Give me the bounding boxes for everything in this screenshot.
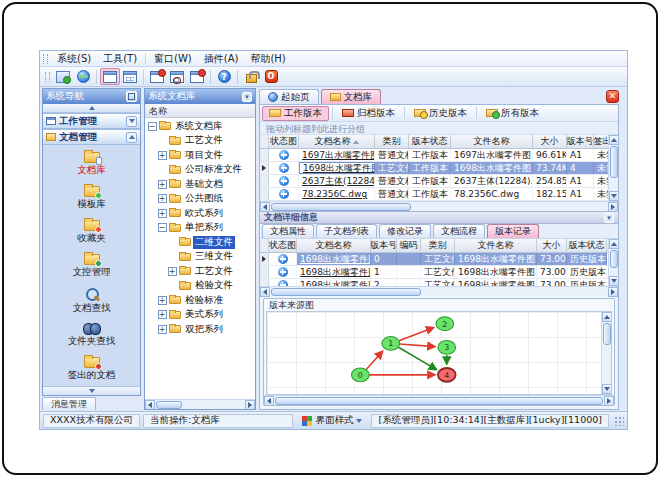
menu-help[interactable]: 帮助(H) — [244, 51, 291, 67]
scroll-left-icon[interactable] — [264, 396, 274, 406]
tab-文档属性[interactable]: 文档属性 — [262, 224, 314, 238]
tree-column-header[interactable]: 名称 — [145, 104, 255, 118]
scroll-right-icon[interactable] — [608, 202, 618, 212]
expand-plus-icon[interactable]: + — [158, 180, 167, 189]
tree-expander[interactable]: + — [157, 296, 167, 305]
table-row[interactable]: 1698出水嘴零件图.dwg1工艺文件1698出水嘴零件图.dwg73.00KB… — [260, 266, 608, 279]
sidebar-panel-document[interactable]: 文档管理 — [43, 129, 140, 145]
expand-plus-icon[interactable]: + — [158, 194, 167, 203]
scroll-right-icon[interactable] — [604, 396, 614, 406]
scroll-thumb[interactable] — [271, 203, 411, 211]
tree-node-公共图纸[interactable]: +公共图纸 — [145, 192, 255, 207]
tab-message-management[interactable]: 消息管理 — [42, 397, 141, 410]
table-row[interactable]: 2637主体(12284).dwg普通文档工作版本2637主体(12284).d… — [260, 175, 608, 188]
tab-文档流程[interactable]: 文档流程 — [433, 224, 485, 238]
scroll-left-icon[interactable] — [260, 202, 270, 212]
sidebar-item-签出的文档[interactable]: 签出的文档 — [46, 353, 138, 386]
tree-node-三维文件[interactable]: 三维文件 — [145, 250, 255, 265]
connect-button[interactable] — [53, 68, 73, 85]
tree-expander[interactable]: + — [157, 151, 167, 160]
scroll-right-icon[interactable] — [608, 287, 618, 297]
pin-icon[interactable]: ▾ — [242, 92, 252, 102]
tree-node-系统文档库[interactable]: −系统文档库 — [145, 119, 255, 134]
chevron-up-icon[interactable] — [126, 132, 137, 143]
expand-plus-icon[interactable]: + — [168, 267, 177, 276]
close-all-button[interactable] — [167, 68, 187, 85]
column-header-文件名称[interactable]: 文件名称 — [451, 135, 533, 148]
column-header-签出状态[interactable]: 签出状态 — [594, 135, 608, 148]
close-other-button[interactable] — [187, 68, 207, 85]
sidebar-item-模板库[interactable]: 模板库 — [46, 182, 138, 215]
scroll-thumb[interactable] — [275, 397, 603, 405]
resize-grip[interactable] — [614, 416, 624, 426]
column-header-文档名称[interactable]: 文档名称 — [297, 239, 371, 252]
column-header-版本状态[interactable]: 版本状态 — [409, 135, 451, 148]
scroll-thumb[interactable] — [610, 250, 618, 268]
scroll-up-icon[interactable] — [609, 135, 619, 145]
help-button[interactable]: ? — [214, 68, 234, 85]
document-grid-vscrollbar[interactable] — [608, 135, 618, 201]
tab-start-page[interactable]: 起始页 — [259, 89, 319, 104]
close-doc-button[interactable] — [147, 68, 167, 85]
menu-tools[interactable]: 工具(T) — [97, 51, 143, 67]
tree-expander[interactable]: + — [157, 325, 167, 334]
tab-document-library[interactable]: 文档库 — [321, 89, 382, 104]
sidebar-item-文档查找[interactable]: 文档查找 — [46, 285, 138, 318]
scroll-down-icon[interactable] — [609, 191, 619, 201]
sidebar-item-文控管理[interactable]: 文控管理 — [46, 250, 138, 283]
table-row[interactable]: 1698出水嘴零件图.dwg工艺文件工作版本1698出水嘴零件图.dwg73.7… — [260, 162, 608, 175]
collapse-minus-icon[interactable]: − — [148, 122, 157, 131]
exit-button[interactable]: O — [261, 68, 281, 85]
tree-node-检验文件[interactable]: 检验文件 — [145, 279, 255, 294]
column-header-版本号[interactable]: 版本号 — [371, 239, 397, 252]
graph-hscrollbar[interactable] — [264, 395, 614, 405]
table-row[interactable]: 1698出水嘴零件图.dwg2工艺文件1698出水嘴零件图.dwg73.00KB… — [260, 279, 608, 286]
column-header-编码[interactable]: 编码 — [397, 239, 421, 252]
tree-expander[interactable]: − — [157, 223, 167, 232]
tree-expander[interactable]: − — [147, 122, 157, 131]
button-工作版本[interactable]: 工作版本 — [262, 106, 329, 121]
sidebar-panel-work[interactable]: 工作管理 — [43, 113, 140, 129]
tab-子文档列表[interactable]: 子文档列表 — [316, 224, 377, 238]
tree-node-检验标准[interactable]: +检验标准 — [145, 293, 255, 308]
lock-button[interactable] — [241, 68, 261, 85]
button-所有版本[interactable]: 所有版本 — [480, 106, 545, 121]
close-icon[interactable]: ✕ — [606, 90, 619, 103]
tree-node-单把系列[interactable]: −单把系列 — [145, 221, 255, 236]
column-header-版本状态[interactable]: 版本状态 — [567, 239, 607, 252]
graph-vscrollbar[interactable] — [601, 312, 611, 394]
scroll-thumb[interactable] — [271, 288, 421, 296]
tree-expander[interactable]: + — [167, 267, 177, 276]
tree-expander[interactable]: + — [157, 310, 167, 319]
scroll-down-icon[interactable] — [609, 276, 619, 286]
tab-版本记录[interactable]: 版本记录 — [487, 224, 539, 238]
column-header-版本号[interactable]: 版本号 — [567, 135, 594, 148]
column-header-类别[interactable]: 类别 — [421, 239, 455, 252]
version-node-3[interactable]: 3 — [438, 340, 456, 354]
version-node-0[interactable]: 0 — [351, 368, 369, 382]
version-grid-hscrollbar[interactable] — [260, 286, 618, 296]
sidebar-item-收藏夹[interactable]: 收藏夹 — [46, 216, 138, 249]
scroll-down-icon[interactable] — [602, 384, 612, 394]
menubar-grip[interactable] — [43, 54, 48, 64]
column-header-类别[interactable]: 类别 — [375, 135, 409, 148]
version-node-1[interactable]: 1 — [382, 337, 400, 351]
table-row[interactable]: 78.2356C.dwg普通文档工作版本78.2356C.dwg182.15KB… — [260, 188, 608, 201]
expand-plus-icon[interactable]: + — [158, 209, 167, 218]
expand-plus-icon[interactable]: + — [158, 151, 167, 160]
column-header-大小[interactable]: 大小 — [537, 239, 567, 252]
scroll-up-icon[interactable] — [602, 312, 612, 322]
menu-system[interactable]: 系统(S) — [51, 51, 97, 67]
grid-view-button[interactable] — [120, 68, 140, 85]
version-node-2[interactable]: 2 — [436, 317, 454, 331]
workspace-button[interactable] — [100, 68, 120, 85]
tree-expander[interactable]: + — [157, 209, 167, 218]
toolbar-grip[interactable] — [45, 72, 50, 82]
tree-node-二维文件[interactable]: 二维文件 — [145, 235, 255, 250]
tree-node-欧式系列[interactable]: +欧式系列 — [145, 206, 255, 221]
expand-plus-icon[interactable]: + — [158, 310, 167, 319]
collapse-minus-icon[interactable]: − — [158, 223, 167, 232]
expand-plus-icon[interactable]: + — [158, 296, 167, 305]
version-grid-vscrollbar[interactable] — [608, 239, 618, 286]
column-header-文档名称[interactable]: 文档名称 — [299, 135, 375, 148]
